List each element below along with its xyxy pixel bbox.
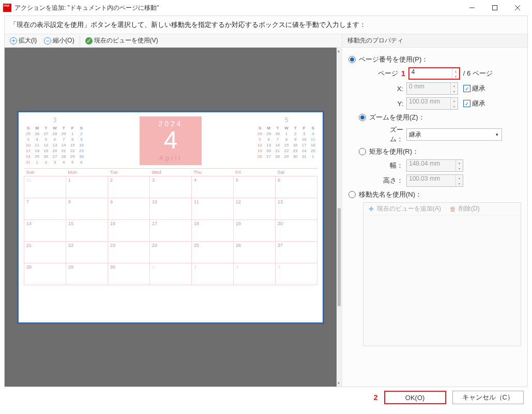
scroll-up-icon: ▴ [338, 49, 340, 53]
page-suffix: / 6 ページ [463, 69, 493, 78]
dialog-footer: 2 OK(O) キャンセル（C） [0, 387, 532, 408]
check-icon: ✓ [85, 37, 93, 45]
calendar-cell: 17 [150, 219, 192, 241]
ok-label: OK(O) [405, 394, 425, 402]
scroll-thumb[interactable] [338, 208, 341, 306]
chevron-down-icon: ▾ [496, 132, 498, 137]
use-name-radio-row[interactable]: 移動先名を使用(N)： [348, 190, 521, 199]
big-month: 2024 4 April [140, 116, 202, 165]
scroll-down-icon: ▾ [338, 381, 340, 386]
height-label: 高さ： [377, 176, 403, 185]
spinner-icon[interactable]: ▴▾ [452, 68, 459, 79]
calendar-cell: 3 [150, 176, 192, 198]
calendar-cell: 20 [276, 219, 317, 241]
page-value: 4 [412, 68, 415, 76]
big-month-name: April [140, 155, 202, 162]
window-title: アクションを追加: "ドキュメント内のページに移動" [14, 4, 159, 12]
delete-label: 削除(D) [459, 204, 480, 213]
calendar-cell: 7 [24, 198, 66, 219]
calendar-cell: 4 [276, 263, 317, 285]
spinner-icon: ▴▾ [450, 83, 458, 94]
radio-use-name[interactable] [348, 191, 356, 198]
zoom-label: ズーム： [377, 125, 403, 144]
x-input: 0 mm ▴▾ [406, 82, 458, 95]
use-zoom-radio-row[interactable]: ズームを使用(Z)： [359, 113, 521, 122]
use-current-view-button[interactable]: ✓ 現在のビューを使用(V) [83, 36, 160, 46]
calendar-cell: 29 [66, 263, 108, 285]
calendar-cell: 19 [234, 219, 276, 241]
preview-scrollbar[interactable]: ▴ ▾ [337, 48, 342, 387]
ok-button[interactable]: OK(O) [384, 391, 446, 404]
maximize-button[interactable] [483, 1, 506, 15]
dialog-frame: 「現在の表示設定を使用」ボタンを選択して、新しい移動先を指定するか対応するボック… [4, 16, 528, 387]
calendar-cell: 3 [234, 263, 276, 285]
x-inherit-checkbox[interactable]: ✓ 継承 [463, 84, 485, 93]
checkbox-checked-icon: ✓ [463, 100, 470, 107]
calendar-cell: 16 [108, 219, 150, 241]
calendar-cell: 1 [150, 263, 192, 285]
calendar-cell: 8 [66, 198, 108, 219]
trash-icon: 🗑 [449, 205, 457, 213]
instruction-text: 「現在の表示設定を使用」ボタンを選択して、新しい移動先を指定するか対応するボック… [5, 16, 527, 34]
bookmark-add-icon: ✚ [368, 205, 375, 213]
use-rect-radio-row[interactable]: 矩形を使用(R)： [359, 147, 521, 156]
svg-rect-1 [493, 6, 497, 10]
minimize-button[interactable] [461, 1, 483, 15]
calendar-cell: 5 [234, 176, 276, 198]
zoom-out-button[interactable]: − 縮小(O) [42, 36, 76, 46]
app-icon [3, 4, 11, 12]
calendar-cell: 24 [150, 241, 192, 263]
big-month-number: 4 [140, 128, 202, 153]
callout-1: 1 [401, 69, 405, 78]
delete-button: 🗑 削除(D) [445, 203, 484, 215]
preview-area[interactable]: 3 SMTWTFS2526272829123456789101112131415… [5, 48, 337, 387]
add-current-view-button: ✚ 現在のビューを追加(A) [363, 203, 445, 215]
calendar-cell: 31 [24, 176, 66, 198]
mini-next-number: 5 [255, 116, 317, 124]
page-number-input[interactable]: 4 ▴▾ [408, 67, 460, 80]
radio-use-page[interactable] [348, 56, 356, 63]
calendar-cell: 14 [24, 219, 66, 241]
mini-month-prev: 3 SMTWTFS2526272829123456789101112131415… [24, 116, 86, 165]
use-zoom-label: ズームを使用(Z)： [369, 113, 425, 122]
separator [80, 36, 80, 46]
calendar-cell: 27 [276, 241, 317, 263]
page-label: ページ [377, 69, 398, 78]
calendar-cell: 13 [276, 198, 317, 219]
width-value: 148.04 mm [409, 160, 440, 167]
calendar-cell: 11 [192, 198, 234, 219]
calendar-cell: 25 [192, 241, 234, 263]
destination-names-panel: ✚ 現在のビューを追加(A) 🗑 削除(D) [363, 202, 521, 346]
radio-use-rect[interactable] [359, 148, 366, 155]
width-label: 幅： [377, 161, 403, 170]
radio-use-zoom[interactable] [359, 114, 366, 121]
zoom-in-label: 拡大(I) [19, 36, 37, 45]
calendar-cell: 12 [234, 198, 276, 219]
title-bar: アクションを追加: "ドキュメント内のページに移動" [0, 0, 532, 16]
x-inherit-label: 継承 [472, 84, 485, 93]
x-value: 0 mm [409, 83, 424, 90]
zoom-in-button[interactable]: + 拡大(I) [8, 36, 39, 46]
cancel-button[interactable]: キャンセル（C） [452, 391, 524, 404]
calendar-cell: 15 [66, 219, 108, 241]
y-inherit-label: 継承 [472, 99, 485, 108]
cancel-label: キャンセル（C） [462, 393, 514, 402]
close-button[interactable] [506, 1, 529, 15]
use-page-radio-row[interactable]: ページ番号を使用(P)： [348, 55, 521, 64]
calendar-cell: 28 [24, 263, 66, 285]
y-label: Y: [377, 100, 403, 108]
calendar-cell: 22 [66, 241, 108, 263]
width-input: 148.04 mm ▴▾ [406, 159, 463, 172]
calendar-cell: 30 [108, 263, 150, 285]
minus-icon: − [44, 37, 51, 45]
spinner-icon: ▴▾ [455, 160, 463, 171]
zoom-value: 継承 [409, 130, 421, 139]
y-inherit-checkbox[interactable]: ✓ 継承 [463, 99, 485, 108]
zoom-select[interactable]: 継承 ▾ [406, 128, 502, 141]
y-input: 100.03 mm ▴▾ [406, 97, 458, 110]
calendar-cell: 6 [276, 176, 317, 198]
calendar-cell: 18 [192, 219, 234, 241]
calendar-cell: 10 [150, 198, 192, 219]
calendar-cell: 26 [234, 241, 276, 263]
properties-header: 移動先のプロパティ [342, 34, 527, 48]
